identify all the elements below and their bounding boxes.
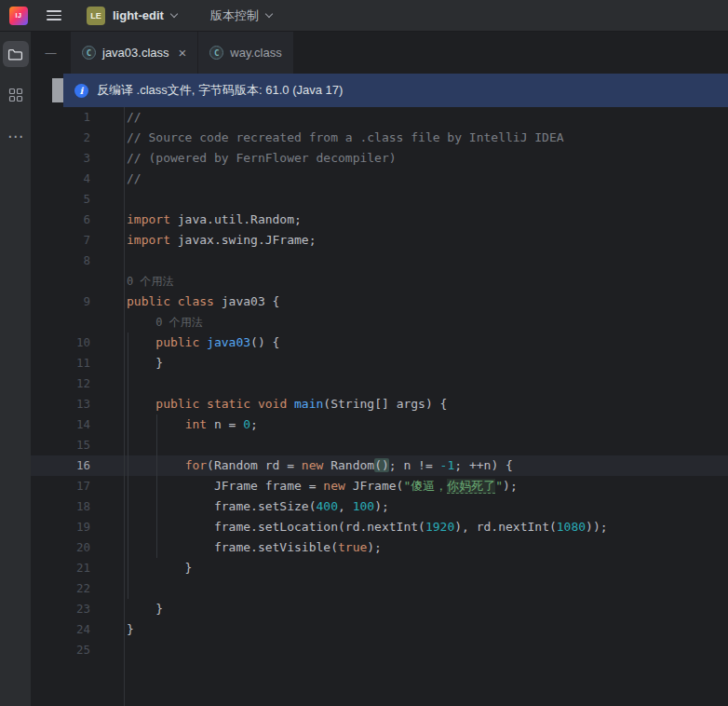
line-number[interactable]: 8 xyxy=(31,251,124,271)
project-tool-button[interactable] xyxy=(3,41,29,67)
line-number[interactable]: 19 xyxy=(31,517,124,537)
code-text[interactable]: frame.setVisible(true); xyxy=(124,537,728,558)
code-line-11[interactable]: 11 } xyxy=(31,353,728,373)
line-number[interactable]: 14 xyxy=(31,414,124,435)
line-number[interactable]: 5 xyxy=(31,189,124,210)
code-line-3[interactable]: 3// (powered by FernFlower decompiler) xyxy=(31,148,728,169)
line-number[interactable]: 17 xyxy=(31,476,124,496)
code-text[interactable]: 0 个用法 xyxy=(124,312,728,333)
code-line-20[interactable]: 20 frame.setVisible(true); xyxy=(31,537,728,558)
line-number[interactable]: 20 xyxy=(31,537,124,558)
editor-tab-bar: — Cjava03.class×Cway.class xyxy=(31,32,728,74)
editor-area: — Cjava03.class×Cway.class i 反编译 .class文… xyxy=(31,32,728,706)
intellij-logo-icon[interactable]: IJ xyxy=(9,7,28,25)
line-number[interactable]: 25 xyxy=(31,640,124,660)
editor-tab-way.class[interactable]: Cway.class xyxy=(198,32,292,74)
vcs-widget[interactable]: 版本控制 xyxy=(204,4,278,28)
project-widget[interactable]: LE light-edit xyxy=(80,3,183,29)
chevron-down-icon xyxy=(170,9,178,17)
code-text[interactable] xyxy=(124,189,728,210)
code-text[interactable]: import java.util.Random; xyxy=(124,210,728,230)
code-text[interactable]: frame.setSize(400, 100); xyxy=(124,496,728,517)
code-text[interactable]: // xyxy=(124,107,728,128)
line-number[interactable]: 16 xyxy=(31,455,124,476)
code-text[interactable]: } xyxy=(124,353,728,373)
tool-window-stripe: ⋯ xyxy=(0,32,31,706)
code-text[interactable]: 0 个用法 xyxy=(124,271,728,292)
code-line-6[interactable]: 6import java.util.Random; xyxy=(31,210,728,230)
code-text[interactable] xyxy=(124,435,728,455)
line-number[interactable]: 4 xyxy=(31,169,124,189)
code-line-17[interactable]: 17 JFrame frame = new JFrame("傻逼，你妈死了"); xyxy=(31,476,728,496)
line-number[interactable]: 2 xyxy=(31,128,124,148)
more-tool-windows-button[interactable]: ⋯ xyxy=(3,123,29,149)
main-menu-button[interactable] xyxy=(43,6,65,26)
code-text[interactable]: public class java03 { xyxy=(124,292,728,312)
line-number[interactable]: 1 xyxy=(31,107,124,128)
editor-tab-java03.class[interactable]: Cjava03.class× xyxy=(71,32,197,74)
close-icon[interactable]: × xyxy=(179,46,187,60)
code-text[interactable] xyxy=(124,640,728,660)
code-text[interactable]: int n = 0; xyxy=(124,414,728,435)
code-editor[interactable]: 1//2// Source code recreated from a .cla… xyxy=(31,107,728,706)
inlay-hint-line[interactable]: 0 个用法 xyxy=(31,312,728,333)
inlay-hint-line[interactable]: 0 个用法 xyxy=(31,271,728,292)
hamburger-icon xyxy=(47,10,61,12)
code-text[interactable]: // Source code recreated from a .class f… xyxy=(124,128,728,148)
code-text[interactable]: // xyxy=(124,169,728,189)
line-number[interactable]: 24 xyxy=(31,619,124,640)
code-line-22[interactable]: 22 xyxy=(31,578,728,599)
line-number[interactable]: 3 xyxy=(31,148,124,169)
code-line-13[interactable]: 13 public static void main(String[] args… xyxy=(31,394,728,414)
code-line-12[interactable]: 12 xyxy=(31,373,728,394)
code-line-8[interactable]: 8 xyxy=(31,251,728,271)
tab-label: way.class xyxy=(230,46,281,60)
code-text[interactable]: } xyxy=(124,619,728,640)
code-line-5[interactable]: 5 xyxy=(31,189,728,210)
code-text[interactable] xyxy=(124,373,728,394)
code-line-16[interactable]: 16 for(Random rd = new Random(); n != -1… xyxy=(31,455,728,476)
line-number[interactable]: 9 xyxy=(31,292,124,312)
line-number[interactable] xyxy=(31,312,124,333)
info-icon: i xyxy=(74,84,88,98)
structure-tool-button[interactable] xyxy=(3,82,29,108)
code-text[interactable]: import javax.swing.JFrame; xyxy=(124,230,728,251)
line-number[interactable]: 15 xyxy=(31,435,124,455)
code-text[interactable]: JFrame frame = new JFrame("傻逼，你妈死了"); xyxy=(124,476,728,496)
line-number[interactable] xyxy=(31,271,124,292)
code-line-1[interactable]: 1// xyxy=(31,107,728,128)
line-number[interactable]: 21 xyxy=(31,558,124,578)
code-line-18[interactable]: 18 frame.setSize(400, 100); xyxy=(31,496,728,517)
code-line-2[interactable]: 2// Source code recreated from a .class … xyxy=(31,128,728,148)
code-text[interactable]: } xyxy=(124,599,728,619)
splitter-handle-icon[interactable]: — xyxy=(31,32,71,74)
line-number[interactable]: 6 xyxy=(31,210,124,230)
code-line-19[interactable]: 19 frame.setLocation(rd.nextInt(1920), r… xyxy=(31,517,728,537)
code-line-14[interactable]: 14 int n = 0; xyxy=(31,414,728,435)
code-line-4[interactable]: 4// xyxy=(31,169,728,189)
line-number[interactable]: 12 xyxy=(31,373,124,394)
code-line-9[interactable]: 9public class java03 { xyxy=(31,292,728,312)
code-line-21[interactable]: 21 } xyxy=(31,558,728,578)
line-number[interactable]: 22 xyxy=(31,578,124,599)
code-line-24[interactable]: 24} xyxy=(31,619,728,640)
code-line-7[interactable]: 7import javax.swing.JFrame; xyxy=(31,230,728,251)
code-text[interactable]: for(Random rd = new Random(); n != -1; +… xyxy=(124,455,728,476)
code-line-10[interactable]: 10 public java03() { xyxy=(31,333,728,353)
code-line-25[interactable]: 25 xyxy=(31,640,728,660)
line-number[interactable]: 11 xyxy=(31,353,124,373)
line-number[interactable]: 7 xyxy=(31,230,124,251)
code-line-23[interactable]: 23 } xyxy=(31,599,728,619)
code-text[interactable]: // (powered by FernFlower decompiler) xyxy=(124,148,728,169)
code-text[interactable]: public static void main(String[] args) { xyxy=(124,394,728,414)
code-line-15[interactable]: 15 xyxy=(31,435,728,455)
line-number[interactable]: 18 xyxy=(31,496,124,517)
line-number[interactable]: 13 xyxy=(31,394,124,414)
code-text[interactable] xyxy=(124,251,728,271)
code-text[interactable]: frame.setLocation(rd.nextInt(1920), rd.n… xyxy=(124,517,728,537)
code-text[interactable]: } xyxy=(124,558,728,578)
line-number[interactable]: 10 xyxy=(31,333,124,353)
code-text[interactable]: public java03() { xyxy=(124,333,728,353)
code-text[interactable] xyxy=(124,578,728,599)
line-number[interactable]: 23 xyxy=(31,599,124,619)
